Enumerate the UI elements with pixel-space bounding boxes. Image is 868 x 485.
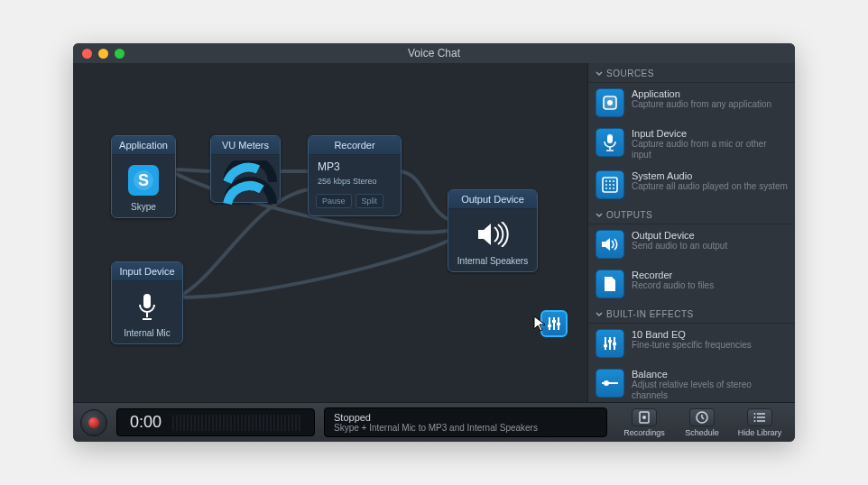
library-item[interactable]: Output DeviceSend audio to an output (588, 224, 795, 264)
node-header: VU Meters (211, 136, 280, 155)
window-title: Voice Chat (73, 47, 795, 59)
list-icon (747, 408, 772, 426)
mic-icon (596, 128, 624, 157)
library-item-name: System Audio (632, 170, 788, 181)
node-vu-meters[interactable]: VU Meters (210, 135, 281, 203)
svg-rect-29 (613, 343, 616, 345)
library-item-desc: Fine-tune specific frequencies (632, 340, 752, 351)
chevron-down-icon (596, 70, 603, 78)
recorder-split-button[interactable]: Split (356, 194, 384, 208)
balance-icon (596, 369, 624, 398)
speaker-icon (596, 230, 624, 259)
svg-rect-28 (608, 340, 612, 343)
library-section-header[interactable]: BUILT-IN EFFECTS (588, 304, 795, 324)
recorder-format: MP3 (316, 160, 342, 173)
node-header: Application (112, 136, 175, 155)
status-panel: Stopped Skype + Internal Mic to MP3 and … (324, 407, 607, 437)
library-item[interactable]: Input DeviceCapture audio from a mic or … (588, 123, 795, 165)
svg-point-16 (609, 180, 611, 182)
svg-rect-27 (604, 344, 607, 347)
library-item[interactable]: BalanceAdjust relative levels of stereo … (588, 363, 795, 402)
library-item-desc: Adjust relative levels of stereo channel… (632, 380, 788, 400)
library-item-name: 10 Band EQ (632, 329, 752, 340)
svg-point-12 (607, 100, 613, 105)
sliders-icon (546, 316, 562, 332)
svg-text:S: S (138, 171, 149, 189)
svg-point-18 (605, 184, 607, 186)
svg-point-21 (605, 188, 607, 189)
svg-point-22 (609, 188, 611, 189)
library-item-desc: Capture all audio played on the system (632, 181, 788, 192)
library-sidebar[interactable]: SOURCESApplicationCapture audio from any… (587, 63, 795, 402)
node-input-device[interactable]: Input Device Internal Mic (111, 261, 183, 344)
recorder-pause-button[interactable]: Pause (316, 194, 352, 208)
library-item-name: Balance (632, 369, 788, 380)
skype-icon: S (125, 162, 162, 198)
library-item-name: Output Device (632, 230, 727, 241)
mouse-cursor (533, 316, 546, 332)
node-header: Output Device (448, 190, 537, 209)
library-item-desc: Capture audio from a mic or other input (632, 139, 788, 160)
svg-point-20 (613, 184, 614, 186)
hide-library-button[interactable]: Hide Library (732, 408, 788, 437)
node-output-device[interactable]: Output Device Internal Speakers (448, 189, 538, 272)
svg-point-40 (754, 413, 756, 415)
record-button[interactable] (80, 409, 107, 436)
svg-point-15 (605, 180, 607, 182)
node-label: Skype (131, 202, 156, 212)
library-item-name: Application (632, 88, 771, 99)
svg-rect-3 (143, 294, 151, 308)
library-item[interactable]: ApplicationCapture audio from any applic… (588, 83, 795, 123)
recordings-icon (632, 408, 657, 426)
button-label: Hide Library (738, 428, 782, 437)
recordings-button[interactable]: Recordings (616, 408, 672, 437)
app-icon (596, 88, 624, 117)
sliders-icon (596, 329, 624, 358)
svg-point-42 (754, 420, 756, 422)
library-item-desc: Record audio to files (632, 280, 714, 291)
library-section-header[interactable]: SOURCES (588, 63, 795, 83)
svg-point-23 (613, 188, 614, 189)
svg-rect-13 (607, 134, 613, 143)
svg-rect-8 (552, 320, 556, 323)
svg-rect-7 (548, 325, 551, 327)
vu-meter-icon (222, 160, 269, 197)
button-label: Recordings (623, 428, 665, 437)
timecode: 0:00 (130, 413, 162, 432)
record-dot-icon (88, 417, 99, 428)
section-title: BUILT-IN EFFECTS (606, 309, 694, 319)
node-recorder[interactable]: Recorder MP3 256 kbps Stereo Pause Split (308, 135, 402, 216)
library-item-name: Input Device (632, 128, 788, 139)
status-line-1: Stopped (334, 412, 597, 423)
section-title: SOURCES (606, 69, 654, 78)
speaker-grid-icon (596, 170, 624, 199)
library-item[interactable]: System AudioCapture all audio played on … (588, 165, 795, 205)
schedule-button[interactable]: Schedule (674, 408, 730, 437)
app-window: Voice Chat Application S Skype (73, 43, 795, 442)
button-label: Schedule (685, 428, 719, 437)
recorder-detail: 256 kbps Stereo (316, 177, 393, 187)
microphone-icon (129, 288, 165, 325)
node-header: Input Device (112, 262, 182, 281)
node-application[interactable]: Application S Skype (111, 135, 176, 218)
node-label: Internal Speakers (457, 256, 528, 266)
svg-point-31 (604, 380, 609, 386)
patch-canvas[interactable]: Application S Skype VU Meters (73, 63, 587, 402)
library-item[interactable]: 10 Band EQFine-tune specific frequencies (588, 324, 795, 363)
file-icon (596, 270, 624, 298)
svg-point-17 (613, 180, 614, 182)
section-title: OUTPUTS (606, 210, 652, 220)
svg-rect-9 (557, 323, 560, 325)
node-header: Recorder (309, 136, 401, 155)
svg-point-35 (642, 416, 646, 419)
time-panel: 0:00 (116, 408, 315, 436)
svg-point-41 (754, 416, 756, 418)
speaker-icon (475, 216, 511, 252)
svg-point-19 (609, 184, 611, 186)
clock-icon (689, 408, 715, 426)
library-item[interactable]: RecorderRecord audio to files (588, 264, 795, 304)
chevron-down-icon (596, 311, 603, 318)
level-meter (172, 415, 301, 431)
library-item-name: Recorder (632, 270, 714, 280)
library-section-header[interactable]: OUTPUTS (588, 205, 795, 224)
